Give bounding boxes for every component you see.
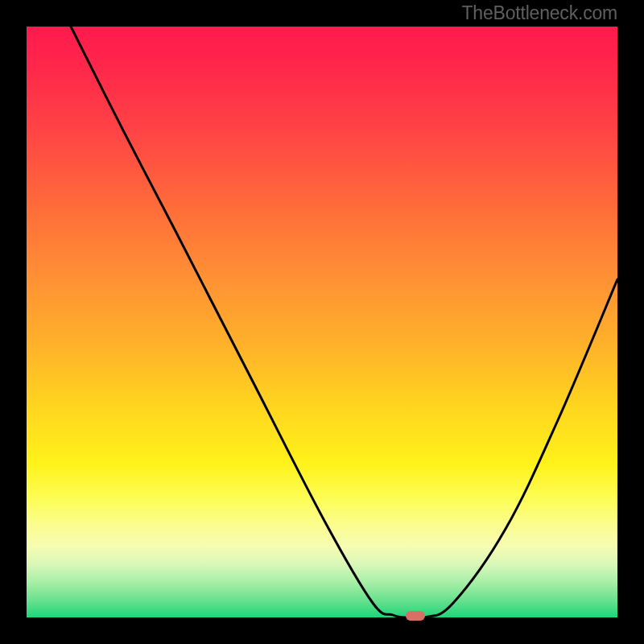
watermark-text: TheBottleneck.com [462,2,617,24]
chart-frame: TheBottleneck.com [0,0,644,644]
bottleneck-curve [27,27,617,617]
optimal-marker [406,611,425,621]
